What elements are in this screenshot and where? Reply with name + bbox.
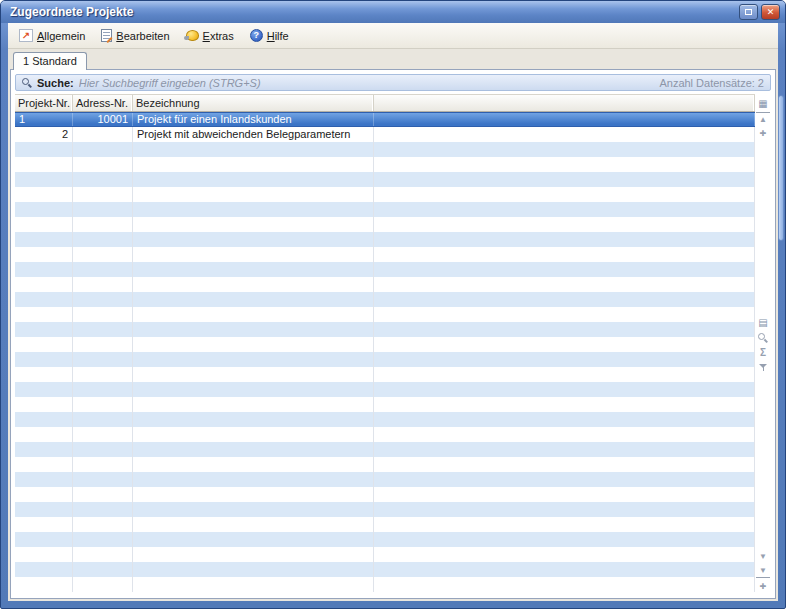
- table-cell[interactable]: [374, 337, 755, 352]
- table-cell[interactable]: [15, 322, 73, 337]
- table-row-empty[interactable]: [15, 457, 755, 472]
- table-cell[interactable]: [15, 262, 73, 277]
- table-cell[interactable]: [15, 187, 73, 202]
- table-row-empty[interactable]: [15, 532, 755, 547]
- table-cell[interactable]: [374, 562, 755, 577]
- table-cell[interactable]: [15, 247, 73, 262]
- table-cell[interactable]: [374, 127, 755, 142]
- table-row-empty[interactable]: [15, 352, 755, 367]
- table-cell[interactable]: [15, 157, 73, 172]
- table-cell[interactable]: [133, 487, 374, 502]
- table-cell[interactable]: [374, 292, 755, 307]
- table-row-empty[interactable]: [15, 232, 755, 247]
- table-cell[interactable]: [73, 337, 133, 352]
- table-cell[interactable]: [73, 457, 133, 472]
- table-row-empty[interactable]: [15, 577, 755, 592]
- table-cell[interactable]: [73, 532, 133, 547]
- table-cell[interactable]: [15, 352, 73, 367]
- table-cell[interactable]: [374, 232, 755, 247]
- table-cell[interactable]: [374, 367, 755, 382]
- tab-standard[interactable]: 1 Standard: [13, 52, 87, 70]
- table-cell[interactable]: [374, 397, 755, 412]
- filter-icon[interactable]: [756, 361, 770, 374]
- table-cell[interactable]: [374, 517, 755, 532]
- scroll-down-icon[interactable]: ▼: [756, 550, 770, 563]
- table-cell[interactable]: [73, 427, 133, 442]
- table-cell[interactable]: [15, 442, 73, 457]
- table-cell[interactable]: [15, 292, 73, 307]
- table-cell[interactable]: [133, 217, 374, 232]
- table-cell[interactable]: [73, 502, 133, 517]
- table-cell[interactable]: [73, 187, 133, 202]
- table-cell[interactable]: [15, 562, 73, 577]
- menu-bearbeiten[interactable]: Bearbeiten: [96, 27, 174, 44]
- table-row-empty[interactable]: [15, 397, 755, 412]
- table-cell[interactable]: [133, 517, 374, 532]
- table-row-empty[interactable]: [15, 277, 755, 292]
- table-cell[interactable]: [15, 427, 73, 442]
- table-cell[interactable]: [133, 412, 374, 427]
- table-cell[interactable]: [15, 412, 73, 427]
- table-cell[interactable]: [15, 547, 73, 562]
- table-cell[interactable]: [73, 442, 133, 457]
- table-cell[interactable]: [374, 472, 755, 487]
- column-header-bezeichnung[interactable]: Bezeichnung: [133, 95, 374, 111]
- table-row-empty[interactable]: [15, 247, 755, 262]
- zoom-icon[interactable]: [756, 331, 770, 344]
- table-row-empty[interactable]: [15, 547, 755, 562]
- table-cell[interactable]: [15, 367, 73, 382]
- table-cell[interactable]: [133, 157, 374, 172]
- table-cell[interactable]: [15, 277, 73, 292]
- table-cell[interactable]: Projekt für einen Inlandskunden: [133, 113, 374, 126]
- table-cell[interactable]: [73, 202, 133, 217]
- table-cell[interactable]: [374, 322, 755, 337]
- table-cell[interactable]: [374, 487, 755, 502]
- table-cell[interactable]: [133, 322, 374, 337]
- table-cell[interactable]: [133, 142, 374, 157]
- table-row-empty[interactable]: [15, 292, 755, 307]
- table-cell[interactable]: [374, 187, 755, 202]
- table-cell[interactable]: 2: [15, 127, 73, 142]
- table-cell[interactable]: [73, 142, 133, 157]
- table-cell[interactable]: [133, 307, 374, 322]
- table-cell[interactable]: [374, 157, 755, 172]
- table-row-empty[interactable]: [15, 367, 755, 382]
- table-cell[interactable]: [133, 577, 374, 592]
- search-input-placeholder[interactable]: Hier Suchbegriff eingeben (STRG+S): [79, 77, 655, 89]
- table-cell[interactable]: [374, 142, 755, 157]
- table-row-empty[interactable]: [15, 307, 755, 322]
- table-cell[interactable]: [15, 337, 73, 352]
- scroll-to-bottom-icon[interactable]: ▼: [756, 565, 770, 578]
- table-cell[interactable]: [73, 247, 133, 262]
- table-cell[interactable]: [15, 307, 73, 322]
- menu-hilfe[interactable]: ? Hilfe: [245, 27, 294, 44]
- table-row-empty[interactable]: [15, 142, 755, 157]
- table-cell[interactable]: [73, 292, 133, 307]
- table-cell[interactable]: [73, 547, 133, 562]
- table-cell[interactable]: [133, 442, 374, 457]
- maximize-button[interactable]: [739, 4, 758, 20]
- table-cell[interactable]: [73, 412, 133, 427]
- table-cell[interactable]: 10001: [73, 113, 133, 126]
- table-row-empty[interactable]: [15, 322, 755, 337]
- table-row-empty[interactable]: [15, 172, 755, 187]
- table-cell[interactable]: [374, 352, 755, 367]
- table-row-empty[interactable]: [15, 472, 755, 487]
- table-cell[interactable]: [374, 307, 755, 322]
- table-cell[interactable]: [15, 142, 73, 157]
- table-cell[interactable]: [374, 382, 755, 397]
- table-cell[interactable]: [133, 187, 374, 202]
- window-edge-scrollbar-thumb[interactable]: [778, 95, 784, 241]
- menu-allgemein[interactable]: ↗ Allgemein: [14, 27, 90, 44]
- table-cell[interactable]: [15, 202, 73, 217]
- table-cell[interactable]: [73, 322, 133, 337]
- table-cell[interactable]: Projekt mit abweichenden Belegparametern: [133, 127, 374, 142]
- table-cell[interactable]: [374, 532, 755, 547]
- table-cell[interactable]: [73, 517, 133, 532]
- table-cell[interactable]: [73, 157, 133, 172]
- table-cell[interactable]: [73, 472, 133, 487]
- table-cell[interactable]: [73, 367, 133, 382]
- table-row-empty[interactable]: [15, 442, 755, 457]
- table-row-empty[interactable]: [15, 562, 755, 577]
- table-cell[interactable]: [73, 172, 133, 187]
